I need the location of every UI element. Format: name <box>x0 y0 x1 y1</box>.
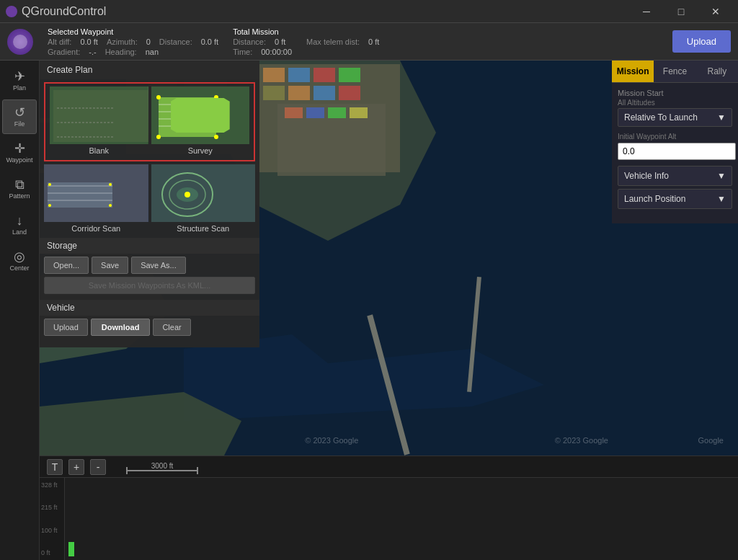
vehicle-btn-row: Upload Download Clear <box>44 319 255 336</box>
plus-button[interactable]: + <box>68 459 84 475</box>
svg-rect-10 <box>339 68 360 82</box>
heading-value: nan <box>146 48 159 56</box>
tab-mission[interactable]: Mission <box>612 61 654 83</box>
max-telem-info: Max telem dist: 0 ft <box>306 37 379 46</box>
waypoint-info-row1: Selected Waypoint <box>48 27 218 36</box>
altitude-bar-indicator <box>68 542 74 556</box>
heading-label: Heading: <box>105 48 137 56</box>
vehicle-clear-button[interactable]: Clear <box>153 319 190 336</box>
copyright-3: Google <box>698 436 724 445</box>
svg-rect-31 <box>53 90 148 142</box>
save-as-button[interactable]: Save As... <box>131 257 186 274</box>
launch-position-collapsible[interactable]: Launch Position ▼ <box>618 189 732 209</box>
waypoint-info: Selected Waypoint Alt diff: 0.0 ft Azimu… <box>48 27 218 56</box>
altitude-dropdown[interactable]: Relative To Launch ▼ <box>618 108 732 127</box>
svg-point-50 <box>109 204 112 207</box>
profile-canvas <box>65 478 738 560</box>
storage-btn-row2: Save Mission Waypoints As KML... <box>44 277 255 294</box>
sidebar-item-pattern[interactable]: ⧉ Pattern <box>2 172 37 206</box>
total-mission-row3: Time: 00:00:00 <box>233 48 292 56</box>
mission-start-label: Mission Start <box>618 89 732 97</box>
survey-svg <box>151 86 250 144</box>
minus-button[interactable]: - <box>90 459 106 475</box>
initial-waypoint-alt-label: Initial Waypoint Alt <box>618 133 732 141</box>
sidebar-file-label: File <box>14 120 25 128</box>
open-button[interactable]: Open... <box>44 257 89 274</box>
distance-value: 0.0 ft <box>201 37 218 46</box>
svg-rect-25 <box>328 107 346 118</box>
y-label-3: 0 ft <box>41 549 63 556</box>
blank-svg <box>50 86 148 144</box>
plan-tiles: Blank <box>44 82 255 161</box>
vehicle-upload-button[interactable]: Upload <box>44 319 88 336</box>
titlebar-left: QGroundControl <box>6 5 106 18</box>
distance-label: Distance: <box>159 37 192 46</box>
structure-label: Structure Scan <box>177 224 229 235</box>
app-icon <box>6 6 17 17</box>
blank-tile[interactable]: Blank <box>50 86 148 157</box>
svg-rect-8 <box>288 68 310 82</box>
tab-fence[interactable]: Fence <box>654 61 695 83</box>
save-button[interactable]: Save <box>92 257 128 274</box>
total-mission-row2: Distance: 0 ft <box>233 37 292 46</box>
alt-diff-value: 0.0 ft <box>80 37 97 46</box>
sidebar-waypoint-label: Waypoint <box>6 156 32 164</box>
upload-button[interactable]: Upload <box>672 30 731 53</box>
chevron-right-icon-2: ▼ <box>717 194 726 204</box>
t-button[interactable]: T <box>47 459 63 475</box>
vehicle-download-button[interactable]: Download <box>91 319 151 336</box>
svg-rect-13 <box>314 86 335 100</box>
maximize-button[interactable]: □ <box>664 0 698 23</box>
minimize-button[interactable]: ─ <box>630 0 663 23</box>
pattern-icon: ⧉ <box>15 178 25 191</box>
structure-scan-tile[interactable]: Structure Scan <box>151 164 256 235</box>
max-telem-label: Max telem dist: <box>306 37 360 46</box>
sidebar: ✈ Plan ↺ File ✛ Waypoint ⧉ Pattern ↓ Lan… <box>0 61 40 560</box>
blank-label: Blank <box>89 146 109 157</box>
total-mission-row1: Total Mission <box>233 27 292 36</box>
survey-tile[interactable]: Survey <box>151 86 250 157</box>
titlebar: QGroundControl ─ □ ✕ <box>0 0 738 23</box>
tab-rally[interactable]: Rally <box>696 61 738 83</box>
selected-waypoint-label: Selected Waypoint <box>48 27 113 36</box>
corridor-scan-tile[interactable]: Corridor Scan <box>44 164 148 235</box>
svg-point-55 <box>184 192 190 197</box>
svg-point-40 <box>156 135 161 139</box>
total-distance-value: 0 ft <box>275 37 285 46</box>
structure-tile-image <box>151 164 256 222</box>
total-mission-label: Total Mission <box>233 27 279 36</box>
sidebar-item-land[interactable]: ↓ Land <box>2 208 37 242</box>
all-altitudes-label: All Altitudes <box>618 99 732 107</box>
sidebar-item-center[interactable]: ◎ Center <box>2 244 37 278</box>
save-kml-button[interactable]: Save Mission Waypoints As KML... <box>44 277 255 294</box>
copyright-2: © 2023 Google <box>555 436 608 445</box>
vehicle-info-collapsible[interactable]: Vehicle Info ▼ <box>618 166 732 186</box>
create-plan-label: Create Plan <box>47 65 92 75</box>
survey-label: Survey <box>188 146 213 157</box>
corridor-svg <box>44 164 148 222</box>
corridor-label: Corridor Scan <box>71 224 120 235</box>
altitude-scale: 3000 ft <box>126 462 198 471</box>
max-telem-value: 0 ft <box>368 37 379 46</box>
total-time-value: 00:00:00 <box>261 48 292 56</box>
plan-icon: ✈ <box>14 70 25 83</box>
total-distance-label: Distance: <box>233 37 266 46</box>
y-label-1: 215 ft <box>41 504 63 511</box>
waypoint-icon: ✛ <box>14 142 25 155</box>
sidebar-item-plan[interactable]: ✈ Plan <box>2 63 37 98</box>
svg-point-47 <box>48 183 51 186</box>
svg-rect-12 <box>288 86 310 100</box>
sidebar-item-waypoint[interactable]: ✛ Waypoint <box>2 135 37 170</box>
plan-panel: Create Plan Blank <box>40 61 259 347</box>
storage-section-label: Storage <box>40 238 259 254</box>
scale-bar <box>126 470 198 471</box>
close-button[interactable]: ✕ <box>699 0 732 23</box>
svg-rect-7 <box>263 68 285 82</box>
storage-btn-row1: Open... Save Save As... <box>44 257 255 274</box>
map-area[interactable]: © 2023 Google © 2023 Google Google Creat… <box>40 61 738 560</box>
sidebar-item-file[interactable]: ↺ File <box>2 99 37 134</box>
logo-inner <box>13 35 27 49</box>
waypoint-alt-input[interactable] <box>618 143 736 160</box>
svg-rect-26 <box>350 107 368 118</box>
sidebar-pattern-label: Pattern <box>9 192 30 200</box>
